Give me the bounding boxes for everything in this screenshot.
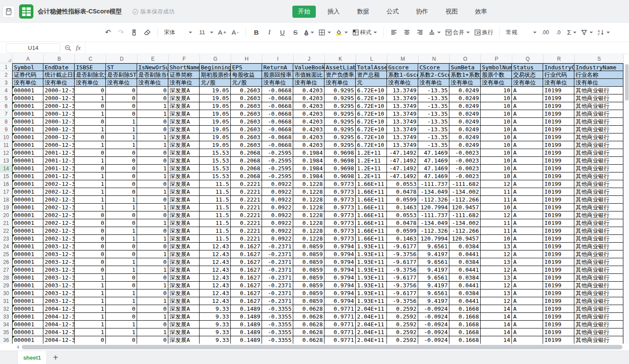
cell[interactable]: 1 [75,282,106,289]
cell[interactable]: -0.3355 [262,336,293,344]
cell[interactable]: 11.5 [200,180,231,188]
cell[interactable]: 0.2221 [231,204,262,211]
cell[interactable]: 2003-12-31 [43,282,75,289]
cell[interactable]: -0.2595 [262,157,293,165]
cell[interactable]: 0.2221 [231,188,262,196]
cell[interactable]: 0 [137,305,168,313]
cell[interactable]: 深发展A [168,211,200,219]
cell-name-box[interactable]: U14 [6,43,60,53]
cell[interactable]: -134.002 [449,219,481,227]
cell[interactable]: -134.049 [418,188,449,196]
cell[interactable]: 0.9773 [324,227,356,235]
cell[interactable]: -0.2371 [262,250,293,258]
cell[interactable]: 深发展A [168,313,200,321]
cell[interactable]: 0.4203 [293,118,324,126]
row-header-20[interactable]: 20 [0,211,13,219]
cell[interactable]: -0.2371 [262,243,293,250]
cell[interactable]: 其他商业银行 [574,180,623,188]
cell[interactable]: I0199 [543,180,574,188]
header-cell[interactable]: 没有单位 [324,79,356,87]
cell[interactable]: 0.9773 [324,235,356,243]
cell[interactable]: A [512,133,543,141]
cell[interactable]: 其他商业银行 [574,211,623,219]
cell[interactable]: 0 [106,165,137,172]
header-cell[interactable]: 没有单位 [12,79,43,87]
cell[interactable]: 2003-12-31 [43,243,75,250]
cell[interactable]: 0.9295 [324,141,356,149]
cell[interactable]: A [512,102,543,110]
cell[interactable]: 1.66E+11 [356,235,387,243]
cell[interactable]: 0.1228 [293,211,324,219]
row-header-34[interactable]: 34 [0,321,13,328]
cell[interactable]: 其他商业银行 [574,266,623,274]
header-cell[interactable]: 每股收益 [231,71,262,79]
header-cell[interactable]: 系数1+系数2 [449,71,481,79]
vertical-align-button[interactable] [427,26,442,39]
cell[interactable]: 深发展A [168,188,200,196]
row-header-33[interactable]: 33 [0,313,13,321]
cell[interactable]: 0.1668 [449,321,481,328]
cell[interactable]: 0 [75,133,106,141]
cell[interactable]: -47.1492 [387,149,418,157]
cell[interactable]: 0.0441 [449,266,481,274]
cell[interactable]: 0.0249 [449,133,481,141]
cell[interactable]: 0.9698 [324,165,356,172]
cell[interactable]: 其他商业银行 [574,118,623,126]
cell[interactable]: 其他商业银行 [574,141,623,149]
cell[interactable]: 深发展A [168,118,200,126]
cell[interactable]: 0 [137,196,168,204]
cell[interactable]: 0 [106,243,137,250]
cell[interactable]: 2000-12-31 [43,141,75,149]
cell[interactable]: 11.5 [200,204,231,211]
cell[interactable]: I0199 [543,211,574,219]
cell[interactable]: 000001 [12,149,43,157]
cell[interactable]: A [512,227,543,235]
cell[interactable]: 000001 [12,172,43,180]
formula-input[interactable] [85,42,629,54]
cell[interactable]: 0.2068 [231,149,262,157]
filter-button[interactable] [580,26,594,39]
cell[interactable]: A [512,235,543,243]
cell[interactable]: 0.1228 [293,219,324,227]
cell[interactable]: A [512,165,543,172]
cell[interactable]: 6.72E+10 [356,126,387,133]
menu-效率[interactable]: 效率 [469,6,493,18]
zoom-out-magnifier-icon[interactable] [65,45,72,52]
select-all-corner[interactable] [0,55,13,63]
cell[interactable]: 深发展A [168,282,200,289]
cell[interactable]: 深发展A [168,328,200,336]
cell[interactable]: I0199 [543,149,574,157]
cell[interactable]: -0.0023 [449,149,481,157]
cell[interactable]: I0199 [543,289,574,297]
cell[interactable]: 9.4197 [418,297,449,305]
bold-button[interactable]: B [251,26,262,39]
cell[interactable]: 000001 [12,165,43,172]
row-header-3[interactable]: 3 [0,79,13,87]
header-cell[interactable]: 元/股 [231,79,262,87]
cell[interactable]: 13.3749 [387,118,418,126]
autosum-button[interactable]: Σ [566,26,578,39]
cell[interactable]: 0.4203 [293,94,324,102]
horizontal-scrollbar[interactable] [0,344,629,351]
cell[interactable]: 0.0922 [262,204,293,211]
cell[interactable]: 其他商业银行 [574,297,623,305]
row-header-30[interactable]: 30 [0,289,13,297]
cell[interactable]: 12.43 [200,282,231,289]
cell[interactable]: A [512,274,543,282]
cell[interactable]: 1 [137,313,168,321]
cell[interactable]: 0.0922 [262,235,293,243]
cell[interactable]: 0.0441 [449,250,481,258]
header-cell[interactable]: ValueBook [293,63,324,71]
cell[interactable]: 2001-12-31 [43,172,75,180]
cell[interactable]: -0.0668 [262,126,293,133]
cell[interactable]: 0.1228 [293,204,324,211]
cell[interactable]: I0199 [543,133,574,141]
cell[interactable]: 13.3749 [387,141,418,149]
cell[interactable]: 其他商业银行 [574,289,623,297]
cell[interactable]: 0.2603 [231,110,262,118]
cell[interactable]: 14 [481,328,512,336]
cell[interactable]: 1 [106,196,137,204]
cell[interactable]: 其他商业银行 [574,243,623,250]
cell[interactable]: 其他商业银行 [574,219,623,227]
cell[interactable]: 0 [137,94,168,102]
